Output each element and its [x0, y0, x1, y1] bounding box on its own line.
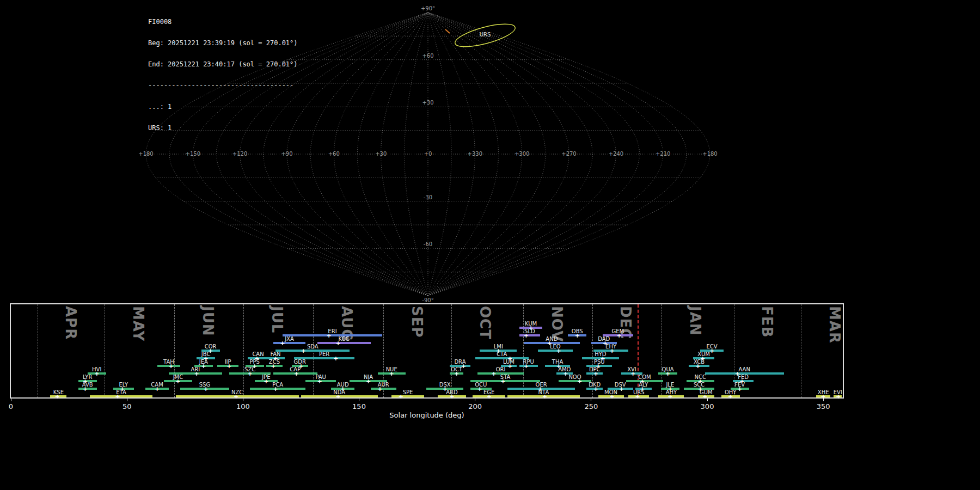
shower-bar-eta [90, 395, 152, 397]
shower-label-and: AND [546, 336, 558, 342]
shower-label-kse: KSE [53, 389, 64, 395]
month-label-feb: FEB [759, 306, 775, 338]
shower-bar-kcg [317, 342, 371, 344]
shower-label-eri: ERI [328, 328, 336, 334]
map-lon-label: +120 [232, 151, 247, 157]
map-lat-label: -60 [424, 241, 432, 247]
shower-label-leo: LEO [550, 344, 561, 350]
x-axis-tick [11, 399, 11, 401]
map-lat-label: +30 [422, 100, 433, 106]
shower-label-cap: CAP [290, 366, 301, 372]
shower-label-jbc: JBC [201, 351, 211, 357]
shower-bar-eri [283, 334, 382, 336]
shower-label-urs: URS [633, 389, 645, 395]
month-label-jan: JAN [687, 306, 703, 336]
radiant-map-screen: FI0008 Beg: 20251221 23:39:19 (sol = 270… [0, 0, 980, 490]
shower-label-dsx: DSX [439, 382, 451, 388]
shower-label-hyd: HYD [595, 351, 606, 357]
map-lat-label: +60 [422, 53, 433, 59]
shower-label-lmi: LMI [494, 344, 503, 350]
shower-label-xcb: XCB [694, 359, 705, 365]
month-label-sep: SEP [409, 306, 425, 338]
shower-label-sld: SLD [524, 328, 535, 334]
shower-bar-noo [559, 380, 591, 382]
shower-label-ely: ELY [119, 382, 128, 388]
shower-label-spe: SPE [403, 389, 413, 395]
shower-label-eta: ETA [116, 389, 126, 395]
x-axis-tick-label: 0 [9, 402, 13, 411]
shower-label-ocu: OCU [475, 382, 487, 388]
x-axis-tick-label: 200 [468, 402, 482, 411]
map-lat-label: -30 [424, 194, 432, 200]
shower-label-dra: DRA [454, 359, 465, 365]
shower-label-dpc: DPC [589, 366, 601, 372]
shower-label-ncc: NCC [694, 374, 706, 380]
map-lon-label: +210 [656, 151, 670, 157]
month-label-may: MAY [130, 306, 146, 341]
shower-bar-spe [391, 395, 424, 397]
shower-label-nda: NDA [333, 389, 345, 395]
shower-label-cta: CTA [497, 351, 507, 357]
x-axis-tick-label: 300 [701, 402, 714, 411]
shower-bar-aur [371, 388, 396, 390]
shower-label-nia: NIA [364, 374, 373, 380]
x-axis-tick [359, 399, 359, 401]
shower-label-mon: MON [604, 389, 617, 395]
shower-label-ahy: AHY [666, 389, 677, 395]
shower-peak-jxa: + [280, 340, 285, 346]
shower-label-ohy: OHY [725, 389, 737, 395]
shower-label-rpu: RPU [523, 359, 534, 365]
shower-label-aly: ALY [639, 382, 648, 388]
shower-label-com: COM [638, 374, 651, 380]
shower-label-zcs: ZCS [269, 359, 280, 365]
shower-label-ehy: EHY [605, 344, 616, 350]
shower-bar-sld [519, 334, 540, 336]
shower-label-kum: KUM [525, 321, 537, 327]
month-boundary-line [801, 304, 801, 397]
shower-label-xhe: XHE [818, 389, 829, 395]
map-lon-label: +30 [375, 151, 387, 157]
month-label-apr: APR [63, 306, 79, 340]
shower-label-ssg: SSG [199, 382, 210, 388]
shower-label-kcg: KCG [338, 336, 350, 342]
shower-label-lum: LUM [503, 359, 514, 365]
month-label-mar: MAR [826, 306, 843, 344]
shower-label-nta: NTA [538, 389, 549, 395]
shower-label-qua: QUA [662, 366, 674, 372]
shower-label-ege: EGE [483, 389, 494, 395]
month-boundary-line [105, 304, 105, 397]
x-axis-tick-label: 250 [584, 402, 598, 411]
shower-label-szc: SZC [244, 366, 255, 372]
meteor-trail [445, 29, 450, 33]
shower-bar-jxa [273, 342, 306, 344]
shower-label-can: CAN [252, 351, 264, 357]
map-lon-label: +90 [281, 151, 292, 157]
shower-label-fed: FED [738, 374, 749, 380]
shower-label-tah: TAH [163, 359, 174, 365]
month-label-jul: JUL [269, 306, 285, 333]
shower-peak-sda: + [301, 348, 306, 354]
month-boundary-line [451, 304, 452, 397]
shower-label-hvi: HVI [92, 366, 101, 372]
month-boundary-line [523, 304, 524, 397]
shower-label-jmc: JMC [173, 374, 183, 380]
shower-label-nue: NUE [386, 366, 397, 372]
shower-label-jea: JEA [199, 359, 208, 365]
shower-label-fan: FAN [270, 351, 280, 357]
shower-label-jxa: JXA [285, 336, 294, 342]
shower-bar-cta [475, 357, 529, 359]
x-axis-tick-label: 150 [352, 402, 366, 411]
month-label-jun: JUN [200, 306, 216, 336]
radiant-label-urs: URS [480, 32, 491, 38]
map-lat-label: -90° [422, 297, 433, 302]
map-lon-label: +180 [138, 151, 153, 157]
x-axis-tick [243, 399, 243, 401]
shower-label-oer: OER [536, 382, 547, 388]
x-axis-tick-label: 350 [817, 402, 830, 411]
map-meridian [428, 13, 687, 296]
shower-label-psu: PSU [594, 359, 605, 365]
map-lon-label: +270 [561, 151, 576, 157]
x-axis-tick [591, 399, 591, 401]
shower-label-scc: SCC [694, 382, 705, 388]
x-axis-tick [475, 399, 475, 401]
